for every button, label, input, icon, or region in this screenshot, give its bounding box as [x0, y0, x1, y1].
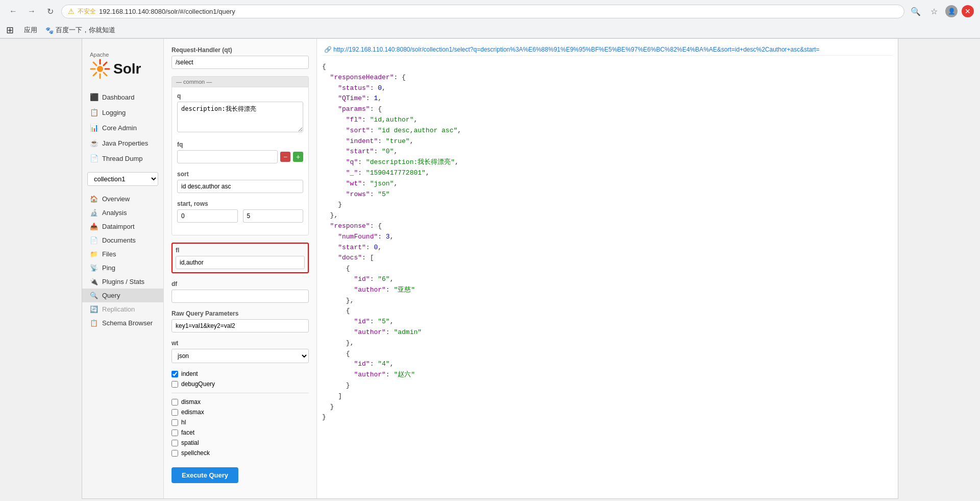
- request-handler-input[interactable]: [172, 56, 309, 69]
- sort-group: sort: [177, 171, 303, 193]
- replication-label: Replication: [102, 305, 135, 313]
- sidebar-item-core-admin[interactable]: 📊 Core Admin: [82, 120, 163, 135]
- spellcheck-checkbox[interactable]: [172, 450, 178, 457]
- wt-label: wt: [172, 340, 309, 347]
- java-properties-label: Java Properties: [102, 139, 148, 147]
- solr-sunburst-icon: [90, 59, 110, 79]
- facet-checkbox[interactable]: [172, 430, 178, 436]
- spellcheck-group: spellcheck: [172, 449, 309, 457]
- json-output: { "responseHeader": { "status": 0, "QTim…: [322, 62, 893, 423]
- collection-nav-dataimport[interactable]: 📥 Dataimport: [82, 220, 163, 233]
- rows-input[interactable]: [243, 209, 304, 223]
- search-browser-button[interactable]: 🔍: [909, 4, 923, 18]
- collection-dropdown[interactable]: collection1: [87, 172, 158, 186]
- edismax-checkbox[interactable]: [172, 409, 178, 416]
- execute-query-button[interactable]: Execute Query: [172, 467, 238, 483]
- user-avatar: 👤: [945, 5, 958, 17]
- warning-text: 不安全: [78, 7, 96, 16]
- collection-selector[interactable]: collection1: [87, 172, 158, 186]
- q-label: q: [177, 92, 303, 100]
- raw-query-input[interactable]: [172, 319, 309, 332]
- df-input[interactable]: [172, 290, 309, 303]
- start-input[interactable]: [177, 209, 238, 223]
- security-warning-icon: ⚠: [68, 7, 75, 15]
- collection-nav-ping[interactable]: 📡 Ping: [82, 261, 163, 275]
- solr-logo: Solr: [90, 59, 141, 79]
- dataimport-icon: 📥: [90, 223, 98, 230]
- raw-query-label: Raw Query Parameters: [172, 310, 309, 317]
- wt-group: wt json xml python ruby php csv: [172, 340, 309, 363]
- close-extension-button[interactable]: ✕: [962, 5, 974, 17]
- sort-input[interactable]: [177, 180, 303, 193]
- sidebar-item-logging[interactable]: 📋 Logging: [82, 105, 163, 120]
- debug-query-checkbox[interactable]: [172, 381, 178, 388]
- collection-nav-replication[interactable]: 🔄 Replication: [82, 302, 163, 316]
- fq-input[interactable]: [177, 150, 278, 163]
- request-handler-label: Request-Handler (qt): [172, 46, 309, 54]
- collection-nav-documents[interactable]: 📄 Documents: [82, 233, 163, 247]
- wt-select[interactable]: json xml python ruby php csv: [172, 349, 309, 363]
- sidebar-item-java-properties[interactable]: ☕ Java Properties: [82, 135, 163, 151]
- dismax-checkbox[interactable]: [172, 399, 178, 405]
- collection-nav-analysis[interactable]: 🔬 Analysis: [82, 206, 163, 220]
- sidebar-item-dashboard[interactable]: ⬛ Dashboard: [82, 89, 163, 105]
- browser-chrome: ← → ↻ ⚠ 不安全 192.168.110.140:8080/solr/#/…: [0, 0, 980, 39]
- results-url-link[interactable]: http://192.168.110.140:8080/solr/collect…: [322, 44, 893, 56]
- documents-icon: 📄: [90, 236, 98, 244]
- svg-line-8: [93, 73, 96, 76]
- hl-checkbox[interactable]: [172, 419, 178, 426]
- files-label: Files: [102, 250, 116, 258]
- sidebar-item-thread-dump[interactable]: 📄 Thread Dump: [82, 151, 163, 166]
- svg-line-6: [104, 73, 107, 76]
- collection-nav-plugins[interactable]: 🔌 Plugins / Stats: [82, 275, 163, 289]
- address-bar[interactable]: ⚠ 不安全 192.168.110.140:8080/solr/#/collec…: [61, 5, 904, 18]
- fl-label: fl: [176, 247, 305, 254]
- debug-query-group: debugQuery: [172, 380, 309, 388]
- spellcheck-label: spellcheck: [181, 449, 210, 457]
- plugins-label: Plugins / Stats: [102, 278, 144, 285]
- collection-nav-files[interactable]: 📁 Files: [82, 247, 163, 261]
- overview-label: Overview: [102, 195, 130, 203]
- sidebar: Apache Sol: [82, 39, 164, 498]
- replication-icon: 🔄: [90, 305, 98, 313]
- overview-icon: 🏠: [90, 195, 98, 203]
- sort-label: sort: [177, 171, 303, 178]
- apache-label: Apache: [90, 52, 109, 58]
- hl-group: hl: [172, 419, 309, 426]
- indent-group: indent: [172, 370, 309, 377]
- svg-line-5: [93, 62, 96, 65]
- analysis-icon: 🔬: [90, 209, 98, 217]
- raw-query-group: Raw Query Parameters: [172, 310, 309, 332]
- fq-remove-button[interactable]: −: [280, 152, 290, 162]
- query-label: Query: [102, 292, 120, 299]
- back-button[interactable]: ←: [6, 4, 20, 18]
- collection-nav-schema-browser[interactable]: 📋 Schema Browser: [82, 316, 163, 330]
- svg-point-0: [97, 66, 103, 72]
- dataimport-label: Dataimport: [102, 223, 135, 230]
- analysis-label: Analysis: [102, 209, 127, 217]
- reload-button[interactable]: ↻: [43, 4, 57, 18]
- fq-group: fq − +: [177, 141, 303, 163]
- dismax-group: dismax: [172, 398, 309, 405]
- forward-button[interactable]: →: [24, 4, 39, 18]
- collection-nav-query[interactable]: 🔍 Query: [82, 289, 163, 302]
- debug-query-label: debugQuery: [181, 380, 215, 388]
- indent-checkbox[interactable]: [172, 371, 178, 377]
- fl-input[interactable]: [176, 256, 305, 269]
- spatial-group: spatial: [172, 439, 309, 446]
- bookmarks-bar: ⊞ 应用 🐾 百度一下，你就知道: [0, 22, 980, 38]
- common-section-header[interactable]: — common —: [172, 77, 308, 87]
- baidu-bookmark[interactable]: 🐾 百度一下，你就知道: [45, 26, 115, 35]
- common-section: — common — q fq − +: [172, 76, 309, 235]
- facet-group: facet: [172, 429, 309, 436]
- collection-nav-overview[interactable]: 🏠 Overview: [82, 192, 163, 206]
- browser-toolbar: ← → ↻ ⚠ 不安全 192.168.110.140:8080/solr/#/…: [0, 0, 980, 22]
- common-section-body: q fq − + sort: [172, 87, 308, 235]
- thread-dump-label: Thread Dump: [102, 155, 142, 162]
- fq-add-button[interactable]: +: [293, 152, 303, 162]
- spatial-checkbox[interactable]: [172, 440, 178, 446]
- ping-label: Ping: [102, 264, 115, 272]
- q-input[interactable]: [177, 102, 303, 132]
- bookmark-button[interactable]: ☆: [927, 4, 941, 18]
- spatial-label: spatial: [181, 439, 199, 446]
